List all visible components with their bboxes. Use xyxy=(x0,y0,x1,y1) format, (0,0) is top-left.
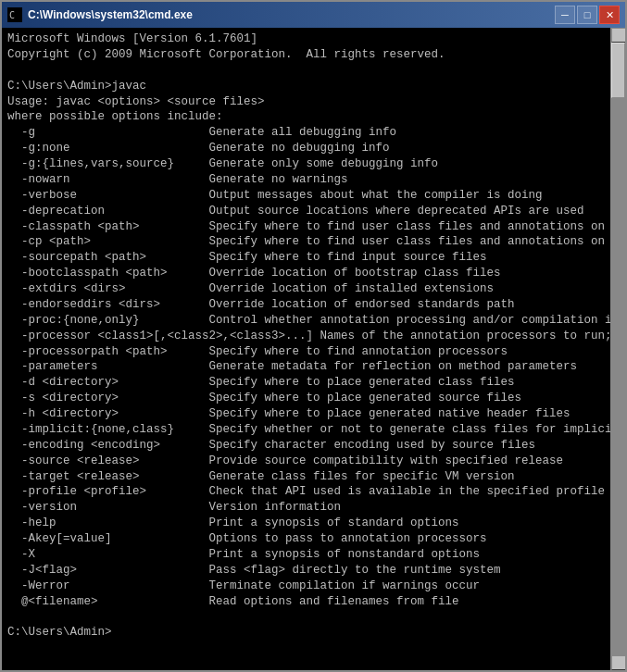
window-title: C:\Windows\system32\cmd.exe xyxy=(28,8,193,21)
close-button[interactable]: ✕ xyxy=(599,6,620,24)
scroll-up-button[interactable]: ▲ xyxy=(611,28,625,43)
window-controls: ─ □ ✕ xyxy=(555,6,620,24)
scroll-thumb[interactable] xyxy=(611,43,625,98)
maximize-button[interactable]: □ xyxy=(577,6,597,24)
scrollbar[interactable]: ▲ ▼ xyxy=(610,28,625,670)
scroll-track[interactable] xyxy=(611,43,625,655)
svg-text:C: C xyxy=(9,10,15,20)
console-output[interactable]: Microsoft Windows [Version 6.1.7601] Cop… xyxy=(2,28,625,670)
cmd-window: C C:\Windows\system32\cmd.exe ─ □ ✕ Micr… xyxy=(0,0,627,672)
title-bar-left: C C:\Windows\system32\cmd.exe xyxy=(7,7,193,22)
console-body: Microsoft Windows [Version 6.1.7601] Cop… xyxy=(2,28,625,670)
minimize-button[interactable]: ─ xyxy=(555,6,575,24)
scroll-down-button[interactable]: ▼ xyxy=(611,655,625,670)
cmd-icon: C xyxy=(7,7,22,22)
title-bar: C C:\Windows\system32\cmd.exe ─ □ ✕ xyxy=(2,2,625,28)
